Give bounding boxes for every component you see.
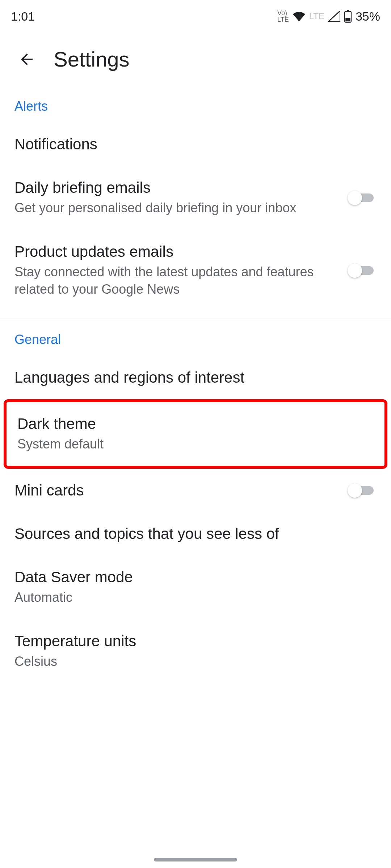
app-bar: Settings (0, 33, 391, 86)
signal-icon (328, 11, 340, 22)
product-updates-title: Product updates emails (14, 243, 337, 260)
product-updates-switch[interactable] (348, 263, 377, 278)
languages-row[interactable]: Languages and regions of interest (14, 356, 377, 399)
svg-rect-2 (345, 18, 350, 22)
page-title: Settings (54, 47, 130, 71)
lte-indicator: LTE (309, 11, 324, 21)
general-heading: General (14, 319, 377, 356)
dark-theme-sub: System default (17, 435, 374, 453)
general-section: General Languages and regions of interes… (0, 319, 391, 684)
sources-row[interactable]: Sources and topics that you see less of (14, 512, 377, 556)
daily-briefing-row[interactable]: Daily briefing emails Get your personali… (14, 166, 377, 230)
daily-briefing-switch[interactable] (348, 191, 377, 205)
notifications-title: Notifications (14, 136, 377, 153)
temperature-sub: Celsius (14, 653, 377, 671)
mini-cards-row[interactable]: Mini cards (14, 469, 377, 512)
dark-theme-title: Dark theme (17, 415, 374, 433)
data-saver-row[interactable]: Data Saver mode Automatic (14, 556, 377, 620)
back-button[interactable] (18, 51, 35, 68)
daily-briefing-sub: Get your personalised daily briefing in … (14, 199, 337, 217)
daily-briefing-title: Daily briefing emails (14, 179, 337, 196)
alerts-heading: Alerts (14, 86, 377, 123)
svg-rect-1 (347, 10, 349, 12)
temperature-row[interactable]: Temperature units Celsius (14, 620, 377, 684)
mini-cards-switch[interactable] (348, 483, 377, 498)
product-updates-sub: Stay connected with the latest updates a… (14, 263, 337, 298)
status-time: 1:01 (11, 9, 35, 24)
arrow-back-icon (18, 51, 35, 68)
battery-percentage: 35% (356, 9, 380, 24)
product-updates-row[interactable]: Product updates emails Stay connected wi… (14, 230, 377, 311)
battery-icon (344, 10, 352, 23)
wifi-icon (293, 11, 306, 21)
temperature-title: Temperature units (14, 633, 377, 650)
mini-cards-title: Mini cards (14, 482, 337, 499)
navigation-handle[interactable] (154, 858, 237, 861)
data-saver-title: Data Saver mode (14, 569, 377, 586)
volte-indicator: Vo)LTE (277, 10, 289, 23)
alerts-section: Alerts Notifications Daily briefing emai… (0, 86, 391, 311)
sources-title: Sources and topics that you see less of (14, 525, 377, 542)
status-bar: 1:01 Vo)LTE LTE 35% (0, 0, 391, 33)
data-saver-sub: Automatic (14, 589, 377, 607)
languages-title: Languages and regions of interest (14, 369, 377, 386)
dark-theme-row[interactable]: Dark theme System default (4, 399, 387, 469)
notifications-row[interactable]: Notifications (14, 123, 377, 166)
status-indicators: Vo)LTE LTE 35% (277, 9, 380, 24)
